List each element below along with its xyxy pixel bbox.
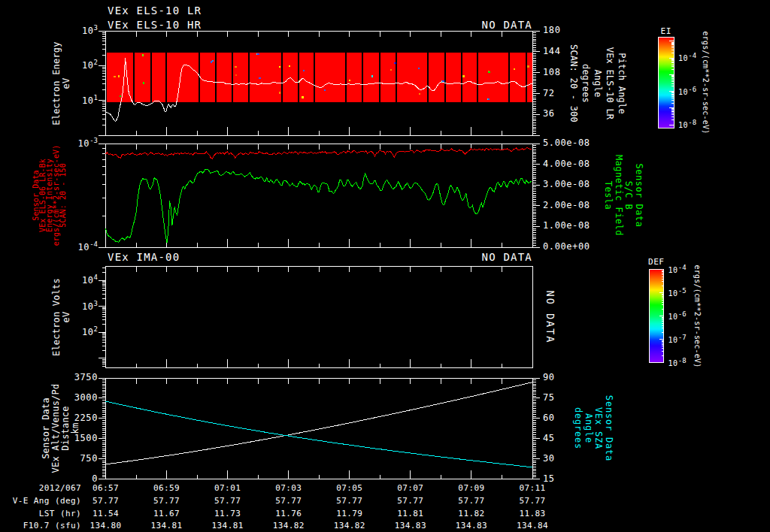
p4-left-axis-title-line: km xyxy=(71,384,80,473)
els-colorbar-tick-label: 10-6 xyxy=(678,86,696,95)
footer-cell: 57.77 xyxy=(336,497,362,505)
els-colorbar-title: EI xyxy=(661,27,671,35)
els-colorbar-unit-line: ergs/(cm**2-sr-sec-eV) xyxy=(702,31,709,134)
footer-cell: 07:01 xyxy=(214,483,241,491)
footer-cell: 07:09 xyxy=(458,483,484,491)
p2-right-axis-title-line: Sensor Data xyxy=(634,155,644,236)
els-spectrogram-band xyxy=(107,53,533,103)
ima-colorbar-tick-label: 10-4 xyxy=(668,264,687,274)
p3-no-data-side-line: NO DATA xyxy=(544,291,555,344)
footer-cell: 07:07 xyxy=(397,483,423,491)
p1-right-axis-title-line: Pitch Angle xyxy=(616,44,628,122)
footer-cell: 11.73 xyxy=(214,509,241,517)
p1-right-axis-title-line: degrees xyxy=(580,44,592,122)
y-axis-tick-label: 2.00e-08 xyxy=(543,201,590,210)
footer-row-label: 2012/067 xyxy=(39,483,81,491)
p4-right-axis-title: Sensor DataVEx SZAAngledegrees xyxy=(573,395,614,461)
altitude-series xyxy=(106,382,533,464)
p3-left-axis-title-line: Electron Volts xyxy=(52,278,62,356)
y-axis-tick-label: 72 xyxy=(543,89,555,98)
footer-cell: 134.83 xyxy=(395,521,426,530)
p4-left-axis-title-line: VEx Alt/Venus/Pd xyxy=(51,384,61,473)
p1-left-axis-title-line: Electron Energy xyxy=(52,41,62,125)
panel3-title: VEx IMA-00 xyxy=(108,252,180,262)
ima-colorbar-title: DEF xyxy=(648,257,665,265)
ima-colorbar-unit-line: ergs/(cm**2-sr-sec-eV) xyxy=(693,264,701,367)
y-axis-tick-label: 103 xyxy=(82,25,98,35)
y-axis-tick-label: 3750 xyxy=(74,373,98,382)
y-axis-tick-label: 102 xyxy=(82,60,98,71)
p3-no-data-side: NO DATA xyxy=(544,291,555,344)
y-axis-tick-label: 10-3 xyxy=(78,138,99,148)
magnetic-field-series xyxy=(106,169,532,243)
ima-colorbar-tick-label: 10-5 xyxy=(668,287,687,297)
p2-right-axis-title-line: Tesla xyxy=(603,155,614,236)
p2-left-axis-title: Sensor DataVEx ELS-06 LR-BkEnergy Intens… xyxy=(32,145,65,246)
footer-cell: 57.77 xyxy=(458,497,484,505)
y-axis-tick-label: 104 xyxy=(82,274,98,285)
footer-cell: 07:05 xyxy=(336,483,362,491)
panel-4-frame xyxy=(106,378,533,479)
els-colorbar-tick-label: 10-8 xyxy=(678,119,696,129)
p4-right-axis-title-line: VEx SZA xyxy=(593,395,604,461)
footer-cell: 57.77 xyxy=(214,497,241,505)
y-axis-tick-label: 180 xyxy=(543,26,560,35)
footer-row-label: F10.7 (sfu) xyxy=(23,521,81,530)
y-axis-tick-label: 750 xyxy=(80,454,98,463)
footer-cell: 07:03 xyxy=(275,483,302,491)
ima-colorbar-tick-label: 10-6 xyxy=(668,310,687,320)
panel-3-frame xyxy=(106,267,533,368)
y-axis-tick-label: 103 xyxy=(82,301,98,311)
panel1-status: NO DATA xyxy=(482,20,532,30)
footer-cell: 11.79 xyxy=(336,509,362,517)
panel3-status: NO DATA xyxy=(482,252,532,262)
panel1-title-line1: VEx ELS-10 LR xyxy=(108,5,202,16)
footer-cell: 134.83 xyxy=(456,521,487,530)
footer-cell: 134.82 xyxy=(273,521,305,530)
ima-colorbar-tick-label: 10-7 xyxy=(668,334,687,343)
y-axis-tick-label: 10-4 xyxy=(78,241,99,252)
p2-right-axis-title-line: Magnetic Field xyxy=(613,155,623,236)
p1-left-axis-title-line: eV xyxy=(61,41,71,125)
p1-left-axis-title: Electron EnergyeV xyxy=(52,41,71,125)
y-axis-tick-label: 101 xyxy=(82,95,98,105)
y-axis-tick-label: 0.00e+00 xyxy=(543,242,590,251)
els-colorbar-tick-label: 10-4 xyxy=(678,53,696,62)
y-axis-tick-label: 90 xyxy=(543,373,555,382)
footer-cell: 06:57 xyxy=(92,483,119,491)
p2-right-axis-title-line: S/C B xyxy=(623,155,634,236)
y-axis-tick-label: 144 xyxy=(543,47,560,56)
y-axis-tick-label: 60 xyxy=(543,413,555,422)
footer-cell: 134.82 xyxy=(334,521,365,530)
els-colorbar-unit: ergs/(cm**2-sr-sec-eV) xyxy=(702,31,709,134)
footer-cell: 134.81 xyxy=(150,521,182,530)
y-axis-tick-label: 4.00e-08 xyxy=(543,159,590,168)
footer-cell: 11.54 xyxy=(92,509,119,517)
solar-zenith-angle-series xyxy=(106,401,533,467)
footer-cell: 57.77 xyxy=(275,497,302,505)
footer-cell: 134.81 xyxy=(212,521,244,530)
y-axis-tick-label: 1.00e-08 xyxy=(543,222,590,231)
footer-row-label: V-E Ang (deg) xyxy=(13,497,81,505)
y-axis-tick-label: 108 xyxy=(543,68,560,77)
panel1-title-line2: VEx ELS-10 HR xyxy=(108,20,202,30)
els-colorbar-gradient xyxy=(659,37,675,128)
footer-cell: 134.80 xyxy=(89,521,121,530)
p2-right-axis-title: Sensor DataS/C BMagnetic FieldTesla xyxy=(603,155,644,236)
y-axis-tick-label: 3.00e-08 xyxy=(543,180,590,189)
footer-cell: 57.77 xyxy=(519,497,545,505)
p3-left-axis-title: Electron VoltseV xyxy=(52,278,71,356)
p4-right-axis-title-line: Sensor Data xyxy=(603,395,614,461)
footer-cell: 06:59 xyxy=(153,483,180,491)
y-axis-tick-label: 36 xyxy=(543,110,555,119)
y-axis-tick-label: 30 xyxy=(543,454,555,463)
footer-cell: 07:11 xyxy=(519,483,545,491)
p4-left-axis-title: Sensor DataVEx Alt/Venus/PdDistancekm xyxy=(41,384,80,473)
footer-cell: 11.82 xyxy=(458,509,484,517)
p4-right-axis-title-line: degrees xyxy=(573,395,584,461)
y-axis-tick-label: 45 xyxy=(543,434,555,443)
footer-cell: 11.83 xyxy=(519,509,545,517)
ima-colorbar-unit: ergs/(cm**2-sr-sec-eV) xyxy=(693,264,701,367)
y-axis-tick-label: 5.00e-08 xyxy=(543,138,590,147)
p4-right-axis-title-line: Angle xyxy=(583,395,593,461)
